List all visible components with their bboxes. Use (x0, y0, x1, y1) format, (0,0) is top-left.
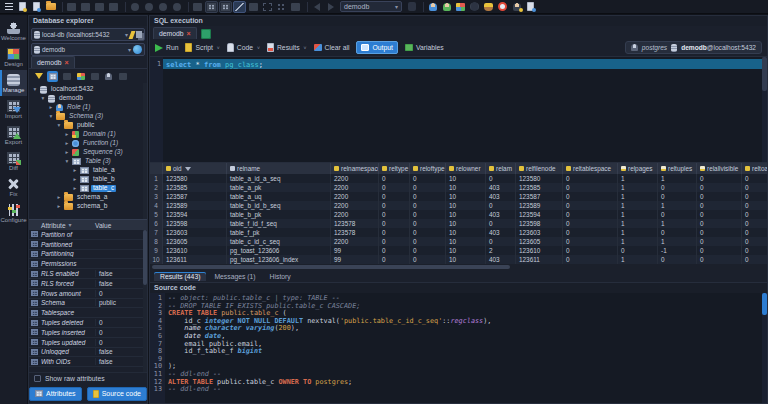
cell-reltype[interactable]: 0 (379, 237, 410, 246)
cell-relfilenode[interactable]: 123603 (516, 228, 563, 237)
sql-tab-demodb[interactable]: demodb × (153, 27, 197, 39)
cell-relfilenode[interactable]: 123598 (516, 219, 563, 228)
cell-reltuples[interactable]: 0 (658, 255, 697, 264)
cell-relowner[interactable]: 10 (446, 192, 486, 201)
cell-reltoastrelid[interactable]: 0 (742, 255, 767, 264)
select-area-button[interactable] (261, 1, 274, 13)
expanded-arrow-icon[interactable]: ▾ (40, 96, 46, 102)
collapsed-arrow-icon[interactable]: ▸ (64, 132, 70, 138)
cell-relallvisible[interactable]: 0 (697, 255, 742, 264)
cell-relallvisible[interactable]: 0 (697, 192, 742, 201)
cell-relname[interactable]: pg_toast_123606 (227, 246, 331, 255)
tree-item[interactable]: ▸Function (1) (29, 139, 147, 148)
cell-reloftype[interactable]: 0 (410, 192, 446, 201)
attribute-row[interactable]: Tuples updated0 (29, 338, 147, 348)
cell-reloftype[interactable]: 0 (410, 174, 446, 183)
db-selector-combo[interactable]: demodb▾ (340, 1, 402, 12)
cell-oid[interactable]: 123603 (163, 228, 227, 237)
attribute-column-header[interactable]: Attribute (41, 222, 66, 229)
cell-oid[interactable]: 123611 (163, 255, 227, 264)
nav-back-button[interactable] (310, 1, 323, 13)
print-button[interactable] (65, 1, 78, 13)
cell-relname[interactable]: table_b_id_b_seq (227, 201, 331, 210)
attribute-row[interactable]: Rows amount0 (29, 289, 147, 299)
cell-relam[interactable]: 0 (486, 174, 516, 183)
tree-item[interactable]: ▸table_b (29, 175, 147, 184)
collapsed-arrow-icon[interactable]: ▸ (64, 150, 70, 156)
tree-scrollbar[interactable] (143, 83, 147, 219)
tree-item[interactable]: ▸Sequence (3) (29, 148, 147, 157)
table-row[interactable]: 5123594table_b_pk2200001040312359401000 (150, 210, 767, 219)
run-button[interactable]: Run (155, 44, 178, 52)
attribute-row[interactable]: Tuples deleted0 (29, 318, 147, 328)
donate-button[interactable] (482, 1, 495, 13)
db-model-button[interactable] (405, 1, 418, 13)
cell-reloftype[interactable]: 0 (410, 183, 446, 192)
cell-relallvisible[interactable]: 0 (697, 183, 742, 192)
attribute-row[interactable]: Partitioned (29, 240, 147, 250)
export-image-button[interactable] (79, 1, 92, 13)
collapsed-arrow-icon[interactable]: ▸ (72, 186, 78, 192)
cell-reltablespace[interactable]: 0 (563, 201, 618, 210)
cell-relowner[interactable]: 10 (446, 219, 486, 228)
export-file-button[interactable] (93, 1, 106, 13)
cell-relfilenode[interactable]: 123594 (516, 210, 563, 219)
column-header-relowner[interactable]: relowner (446, 163, 486, 174)
cell-reltoastrelid[interactable]: 0 (742, 201, 767, 210)
tree-item[interactable]: ▾demodb (29, 94, 147, 103)
cell-relpages[interactable]: 1 (618, 174, 658, 183)
cell-reltuples[interactable]: 0 (658, 183, 697, 192)
collapsed-arrow-icon[interactable]: ▸ (64, 141, 70, 147)
source-scrollbar[interactable] (762, 293, 767, 403)
clear-all-button[interactable]: Clear all (314, 44, 350, 51)
attributes-button[interactable]: Attributes (29, 387, 82, 401)
attribute-row[interactable]: With OIDsfalse (29, 357, 147, 367)
attribute-row[interactable]: RLS forcedfalse (29, 279, 147, 289)
objects-view-button[interactable] (47, 71, 58, 82)
expanded-arrow-icon[interactable]: ▾ (64, 159, 70, 165)
cell-relname[interactable]: table_c_id_c_seq (227, 237, 331, 246)
cell-reloftype[interactable]: 0 (410, 201, 446, 210)
source-code-body[interactable]: 12345678910111213 -- object: public.tabl… (150, 293, 767, 403)
cell-reltoastrelid[interactable]: 0 (742, 237, 767, 246)
cell-reltype[interactable]: 0 (379, 255, 410, 264)
cell-relallvisible[interactable]: 0 (697, 246, 742, 255)
tree-item[interactable]: ▸table_c (29, 184, 147, 193)
collapsed-arrow-icon[interactable]: ▸ (72, 177, 78, 183)
cell-relam[interactable]: 2 (486, 246, 516, 255)
cell-reltuples[interactable]: 0 (658, 210, 697, 219)
magnifier-button[interactable] (170, 1, 183, 13)
cell-relname[interactable]: table_a_id_a_seq (227, 174, 331, 183)
sidebar-item-fix[interactable]: Fix (0, 174, 27, 200)
cell-reloftype[interactable]: 0 (410, 219, 446, 228)
cell-relpages[interactable]: 1 (618, 210, 658, 219)
cell-relnamespace[interactable]: 2200 (331, 183, 379, 192)
table-row[interactable]: 9123610pg_toast_123606990010212361000-10… (150, 246, 767, 255)
attribute-row[interactable]: Partition of (29, 230, 147, 240)
cell-reltoastrelid[interactable]: 0 (742, 183, 767, 192)
cell-reltoastrelid[interactable]: 0 (742, 174, 767, 183)
cell-reltoastrelid[interactable]: 0 (742, 228, 767, 237)
close-icon[interactable]: × (65, 59, 69, 66)
column-header-relallvisible[interactable]: relallvisible (697, 163, 742, 174)
main-menu-button[interactable] (2, 1, 15, 13)
cell-relname[interactable]: table_a_pk (227, 183, 331, 192)
cell-relallvisible[interactable]: 0 (697, 228, 742, 237)
cell-relowner[interactable]: 10 (446, 174, 486, 183)
tree-item[interactable]: ▾Table (3) (29, 157, 147, 166)
cell-reltablespace[interactable]: 0 (563, 174, 618, 183)
attribute-row[interactable]: Unloggedfalse (29, 348, 147, 358)
edit-mode-button[interactable] (233, 1, 246, 13)
new-object-button[interactable] (247, 1, 260, 13)
tab-history[interactable]: History (264, 272, 297, 281)
plugins-button[interactable] (454, 1, 467, 13)
copy-connection-icon[interactable] (136, 31, 142, 38)
nav-forward-button[interactable] (324, 1, 337, 13)
cell-relowner[interactable]: 10 (446, 183, 486, 192)
cell-relam[interactable]: 0 (486, 237, 516, 246)
cell-relfilenode[interactable]: 123587 (516, 192, 563, 201)
column-header-reltuples[interactable]: reltuples (658, 163, 697, 174)
cell-relname[interactable]: table_a_uq (227, 192, 331, 201)
connection-selector[interactable]: local-db (localhost:5432 ▾ (31, 28, 145, 41)
cell-relpages[interactable]: 1 (618, 201, 658, 210)
